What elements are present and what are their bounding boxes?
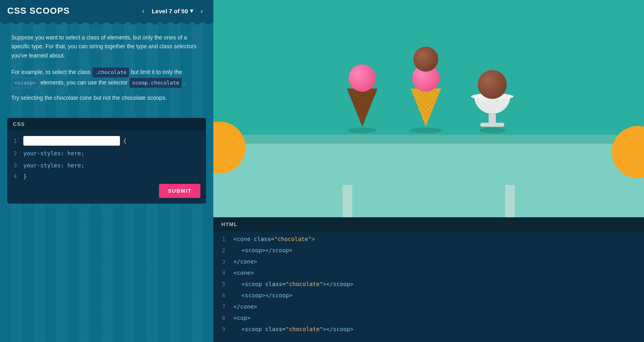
ice-cream-cup [474,70,510,133]
scoop-stack [412,47,440,89]
example-mid: but limit it to only the [131,69,182,75]
example-class-code: .chocolate [92,67,129,78]
table-leg-right [505,185,515,217]
html-line-1: 1 <cone class="chocolate"> [213,235,644,246]
html-line-3: 3 </cone> [213,257,644,268]
css-editor-header: CSS [7,118,206,130]
next-level-button[interactable]: › [197,5,206,17]
css-brace-open: { [123,138,126,144]
html-line-7: 7 </cone> [213,302,644,313]
ice-cream-container [213,47,644,141]
cup-stem [489,114,496,123]
instruction-area: Suppose you want to select a class of el… [0,22,213,118]
shadow-3 [479,128,506,133]
level-label-text: Level 7 of 50 [152,8,188,14]
table-leg-left [343,185,352,217]
level-label[interactable]: Level 7 of 50 ▾ [152,7,193,14]
scoop-chocolate-cup [478,70,507,99]
right-panel: HTML 1 <cone class="chocolate"> 2 <scoop… [213,0,644,342]
line-num-2: 2 [7,150,23,157]
css-line-2: 2 your-styles: here; [7,147,206,159]
css-line-3-content: your-styles: here; [23,162,206,169]
css-line-2-content: your-styles: here; [23,150,206,157]
html-line-6: 6 <scoop></scoop> [213,291,644,302]
left-panel: CSS SCOOPS ‹ Level 7 of 50 ▾ › Suppose y… [0,0,213,342]
header: CSS SCOOPS ‹ Level 7 of 50 ▾ › [0,0,213,22]
example-suffix2: . [184,79,185,86]
css-closing-brace: } [23,173,206,179]
example-text: For example, to select the class .chocol… [11,67,202,88]
scoop-pink-1 [349,64,376,92]
css-editor-body: 1 { 2 your-styles: here; 3 your-styles: … [7,130,206,204]
css-line-3: 3 your-styles: here; [7,159,206,171]
css-selector-input[interactable] [23,136,120,146]
html-line-5: 5 <scoop class="chocolate"></scoop> [213,280,644,291]
example-selector-code: scoop.chocolate [129,78,182,88]
line-num-3: 3 [7,162,23,169]
ice-cream-chocolate-cone [347,64,378,133]
instruction-paragraph: Suppose you want to select a class of el… [11,33,202,60]
example-suffix1: elements, you can use the selector [41,79,128,86]
html-line-2: 2 <scoop></scoop> [213,246,644,257]
scoop-chocolate-top [413,47,438,72]
line-num-4: 4 [7,173,23,179]
css-editor: CSS 1 { 2 your-styles: here; 3 your-styl… [7,118,206,204]
scene-area [213,0,644,217]
html-panel-header: HTML [213,217,644,231]
line-num-1: 1 [7,138,23,144]
prev-level-button[interactable]: ‹ [139,5,148,17]
example-prefix: For example, to select the class [11,69,91,75]
shadow-2 [410,128,442,133]
ice-cream-yellow-cone [410,47,442,133]
css-line-1: 1 { [7,134,206,147]
css-input-line: { [23,136,126,146]
level-nav: ‹ Level 7 of 50 ▾ › [139,5,206,17]
example-tag-code: <scoop> [11,78,39,88]
app-title: CSS SCOOPS [7,6,70,16]
cup-base [480,123,504,127]
html-line-4: 4 <cone> [213,268,644,280]
level-dropdown-arrow: ▾ [190,7,193,14]
shelf [213,135,644,217]
shadow-1 [348,128,376,133]
submit-button[interactable]: SUBMIT [159,184,200,198]
html-panel: HTML 1 <cone class="chocolate"> 2 <scoop… [213,217,644,342]
task-text: Try selecting the chocolate cone but not… [11,95,202,101]
html-line-8: 8 <cup> [213,313,644,325]
html-line-9: 9 <scoop class="chocolate"></scoop> [213,325,644,336]
html-panel-body: 1 <cone class="chocolate"> 2 <scoop></sc… [213,231,644,342]
